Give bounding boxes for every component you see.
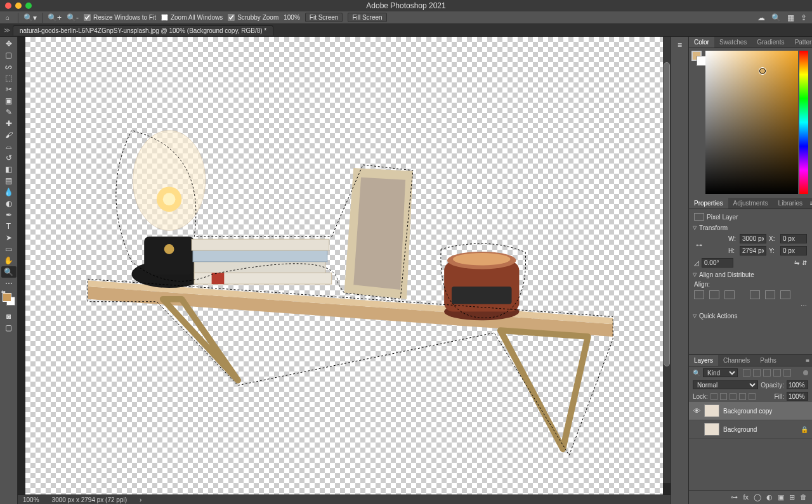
properties-panel-menu-icon[interactable]: ≡ [808,200,812,207]
x-field[interactable] [780,234,807,243]
tab-patterns[interactable]: Patterns [790,37,812,48]
filter-smart-icon[interactable] [783,369,791,377]
layers-panel-menu-icon[interactable]: ≡ [803,357,812,364]
quick-actions-header[interactable]: Quick Actions [699,313,738,320]
eyedropper-tool-icon[interactable]: ✎ [1,107,16,118]
frame-tool-icon[interactable]: ▣ [1,95,16,107]
align-left-icon[interactable] [694,290,704,299]
filter-shape-icon[interactable] [773,369,781,377]
gradient-tool-icon[interactable]: ▤ [1,175,16,186]
blend-mode-select[interactable]: Normal [693,380,758,389]
share-icon[interactable]: ⇪ [801,13,807,22]
color-field[interactable] [705,51,798,194]
align-top-icon[interactable] [750,290,760,299]
clone-stamp-tool-icon[interactable]: ⌓ [1,141,16,152]
path-select-tool-icon[interactable]: ➤ [1,232,16,243]
lasso-tool-icon[interactable]: ᔕ [1,61,16,72]
align-bottom-icon[interactable] [780,290,790,299]
width-field[interactable] [740,234,766,243]
tab-layers[interactable]: Layers [689,355,718,366]
filter-toggle-icon[interactable] [803,370,808,375]
height-field[interactable] [740,246,766,255]
move-tool-icon[interactable]: ✥ [1,38,16,49]
visibility-toggle-icon[interactable]: 👁 [693,407,700,415]
align-more-icon[interactable]: ⋯ [694,302,807,309]
blur-tool-icon[interactable]: 💧 [1,186,16,198]
align-vcenter-icon[interactable] [765,290,775,299]
lock-position-icon[interactable] [730,393,737,400]
status-caret-icon[interactable]: › [140,496,141,503]
layer-row[interactable]: 👁Background copy [689,402,812,420]
filter-adjust-icon[interactable] [753,369,761,377]
fill-field[interactable] [787,392,808,401]
align-header[interactable]: Align and Distribute [699,271,754,278]
layer-row[interactable]: Background🔒 [689,420,812,439]
align-hcenter-icon[interactable] [709,290,719,299]
history-brush-tool-icon[interactable]: ↺ [1,152,16,164]
lock-artboard-icon[interactable] [739,393,746,400]
history-panel-icon[interactable]: ≡ [672,39,688,51]
marquee-tool-icon[interactable]: ▢ [1,49,16,61]
layer-filter-kind[interactable]: Kind [703,368,738,377]
window-maximize-icon[interactable] [25,3,32,9]
tab-properties[interactable]: Properties [689,198,728,209]
lock-transparent-icon[interactable] [710,393,717,400]
foreground-color-swatch[interactable] [3,293,11,302]
canvas-viewport[interactable] [18,37,671,494]
edit-toolbar-icon[interactable]: ⋯ [1,278,16,289]
filter-pixel-icon[interactable] [743,369,750,377]
link-layers-icon[interactable]: ⊶ [731,493,738,501]
tab-gradients[interactable]: Gradients [752,37,789,48]
shape-tool-icon[interactable]: ▭ [1,243,16,255]
flip-horizontal-icon[interactable]: ⇋ [794,259,799,266]
opacity-field[interactable] [787,380,808,389]
color-picker-ring-icon[interactable] [759,68,766,74]
layer-mask-icon[interactable]: ◯ [754,493,761,501]
eraser-tool-icon[interactable]: ◧ [1,164,16,175]
zoom-tool-preset-icon[interactable]: 🔍▾ [23,13,37,22]
flip-vertical-icon[interactable]: ⇵ [802,259,807,266]
color-panel-swatches[interactable] [691,51,704,194]
layer-thumbnail[interactable] [704,423,719,436]
dodge-tool-icon[interactable]: ◐ [1,198,16,209]
hand-tool-icon[interactable]: ✋ [1,255,16,266]
link-dimensions-icon[interactable]: ⊶ [694,236,704,254]
status-zoom[interactable]: 100% [23,496,39,503]
window-minimize-icon[interactable] [15,3,22,9]
delete-layer-icon[interactable]: 🗑 [800,493,807,501]
workspace-switcher-icon[interactable]: ▦ [787,13,794,22]
tab-color[interactable]: Color [689,37,714,48]
tab-channels[interactable]: Channels [718,355,755,366]
type-tool-icon[interactable]: T [1,221,16,232]
lock-all-icon[interactable] [749,393,756,400]
tab-libraries[interactable]: Libraries [773,198,808,209]
screenmode-icon[interactable]: ▢ [1,322,16,333]
document-tab[interactable]: natural-goods-berlin-L6NP4ZGnpSY-unsplas… [13,25,273,36]
pen-tool-icon[interactable]: ✒ [1,209,16,221]
layer-name[interactable]: Background [723,426,757,433]
tab-collapse-icon[interactable]: ≫ [4,27,10,34]
vertical-scrollbar[interactable] [663,37,671,483]
new-group-icon[interactable]: ▣ [778,493,784,501]
adjustment-layer-icon[interactable]: ◐ [766,493,773,501]
zoom-tool-icon[interactable]: 🔍 [1,266,16,278]
healing-brush-tool-icon[interactable]: ✚ [1,118,16,129]
crop-tool-icon[interactable]: ✂ [1,84,16,95]
tab-paths[interactable]: Paths [755,355,782,366]
search-icon[interactable]: 🔍 [771,13,781,22]
brush-tool-icon[interactable]: 🖌 [1,129,16,141]
tab-swatches[interactable]: Swatches [714,37,752,48]
zoom-all-checkbox[interactable]: Zoom All Windows [161,14,223,21]
align-right-icon[interactable] [724,290,735,299]
status-dimensions[interactable]: 3000 px x 2794 px (72 ppi) [52,496,127,503]
fit-screen-button[interactable]: Fit Screen [305,13,343,22]
object-select-tool-icon[interactable]: ⬚ [1,72,16,84]
quickmask-icon[interactable]: ◙ [1,311,16,322]
home-icon[interactable]: ⌂ [3,13,13,23]
layer-thumbnail[interactable] [704,404,719,417]
zoom-in-icon[interactable]: 🔍+ [48,13,62,22]
zoom-out-icon[interactable]: 🔍- [67,13,79,22]
transform-header[interactable]: Transform [699,224,728,231]
resize-windows-checkbox[interactable]: Resize Windows to Fit [84,14,156,21]
scrubby-zoom-checkbox[interactable]: Scrubby Zoom [228,14,278,21]
